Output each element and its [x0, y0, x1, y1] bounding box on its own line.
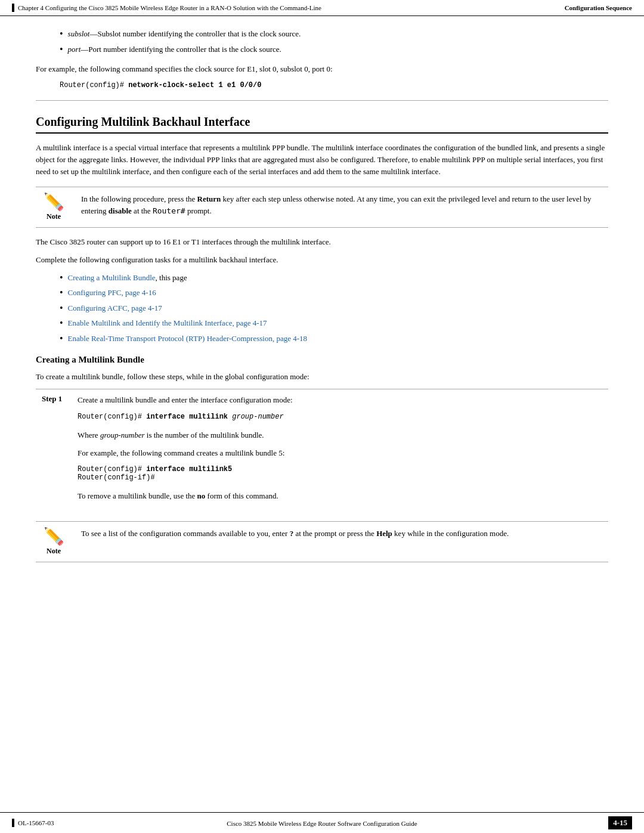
- bullet-dot-task-5: •: [60, 334, 63, 343]
- subsection-heading: Creating a Multilink Bundle: [36, 355, 608, 365]
- footer-rule: [12, 819, 14, 827]
- step1-code1: Router(config)# interface multilink grou…: [78, 413, 602, 421]
- step1-bold-no: no: [197, 491, 206, 500]
- footer-center-text: Cisco 3825 Mobile Wireless Edge Router S…: [227, 820, 417, 827]
- step1-code1-prefix: Router(config)#: [78, 413, 146, 421]
- step1-italic-group: group-number: [100, 431, 145, 439]
- step1-where: Where group-number is the number of the …: [78, 429, 602, 441]
- task-link-text-4: Enable Multilink and Identify the Multil…: [68, 317, 267, 329]
- top-code-block: Router(config)# network-clock-select 1 e…: [36, 81, 608, 89]
- note-text-1: In the following procedure, press the Re…: [81, 193, 608, 217]
- bullet-port-italic: port: [68, 45, 81, 54]
- step1-code2-prefix: Router(config)#: [78, 465, 146, 473]
- task-link-item-2: • Configuring PFC, page 4-16: [36, 287, 608, 299]
- task-link-item-3: • Configuring ACFC, page 4-17: [36, 302, 608, 314]
- link-enable-rtp[interactable]: Enable Real-Time Transport Protocol (RTP…: [68, 334, 307, 343]
- note2-bold-q: ?: [290, 529, 294, 538]
- task-link-text-5: Enable Real-Time Transport Protocol (RTP…: [68, 333, 307, 345]
- step1-code2-line2: Router(config-if)#: [78, 473, 155, 482]
- page-header: Chapter 4 Configuring the Cisco 3825 Mob…: [0, 0, 644, 16]
- bullet-subslot-text: subslot—Subslot number identifying the c…: [68, 28, 301, 40]
- footer-doc-id: OL-15667-03: [18, 819, 54, 826]
- example-intro: For example, the following command speci…: [36, 63, 608, 75]
- bullet-dot-task-2: •: [60, 288, 63, 298]
- bullet-dot-task-1: •: [60, 273, 63, 283]
- step-content-1: Create a multilink bundle and enter the …: [72, 389, 608, 513]
- note-icon-area-2: ✏️ Note: [36, 528, 72, 556]
- header-rule: [12, 4, 14, 12]
- step-number-1: Step 1: [36, 389, 72, 513]
- note2-bold-help: Help: [376, 529, 392, 538]
- bullet-dot-task-3: •: [60, 304, 63, 313]
- note-code-router: Router#: [153, 206, 185, 215]
- top-divider: [36, 100, 608, 101]
- task-links-section: • Creating a Multilink Bundle, this page…: [36, 272, 608, 345]
- note-label-2: Note: [47, 547, 61, 556]
- bullet-subslot: • subslot—Subslot number identifying the…: [36, 28, 608, 40]
- bullet-dot-1: •: [60, 29, 63, 39]
- step1-remove: To remove a multilink bundle, use the no…: [78, 490, 602, 502]
- main-content: • subslot—Subslot number identifying the…: [0, 16, 644, 606]
- bullet-dot-task-4: •: [60, 318, 63, 328]
- step-table: Step 1 Create a multilink bundle and ent…: [36, 389, 608, 513]
- link-configuring-acfc[interactable]: Configuring ACFC, page 4-17: [68, 304, 162, 312]
- bullet-port-text: port—Port number identifying the control…: [68, 44, 281, 55]
- header-chapter-text: Chapter 4 Configuring the Cisco 3825 Mob…: [18, 4, 321, 11]
- support-para: The Cisco 3825 router can support up to …: [36, 236, 608, 248]
- pencil-icon-1: ✏️: [44, 193, 64, 210]
- link-configuring-pfc[interactable]: Configuring PFC, page 4-16: [68, 288, 156, 297]
- bullet-dot-2: •: [60, 45, 63, 54]
- task-link-text-1: Creating a Multilink Bundle, this page: [68, 272, 187, 284]
- task-link-item-1: • Creating a Multilink Bundle, this page: [36, 272, 608, 284]
- note-label-1: Note: [47, 212, 61, 221]
- footer-left: OL-15667-03: [12, 819, 54, 827]
- step1-intro: Create a multilink bundle and enter the …: [78, 394, 602, 406]
- note-box-1: ✏️ Note In the following procedure, pres…: [36, 187, 608, 228]
- link-enable-multilink[interactable]: Enable Multilink and Identify the Multil…: [68, 318, 267, 327]
- bundle-intro: To create a multilink bundle, follow the…: [36, 371, 608, 383]
- code-prefix-1: Router(config)#: [60, 81, 128, 89]
- note-icon-area-1: ✏️ Note: [36, 193, 72, 221]
- task-link-text-3: Configuring ACFC, page 4-17: [68, 302, 162, 314]
- bullet-subslot-italic: subslot: [68, 29, 90, 38]
- header-right-text: Configuration Sequence: [565, 4, 632, 11]
- step1-code2-cmd: interface multilink5: [146, 465, 232, 473]
- note-text-2: To see a list of the configuration comma…: [81, 528, 608, 540]
- complete-para: Complete the following configuration tas…: [36, 254, 608, 266]
- step-row-1: Step 1 Create a multilink bundle and ent…: [36, 389, 608, 513]
- note-bold-return: Return: [197, 194, 221, 203]
- step1-code2: Router(config)# interface multilink5 Rou…: [78, 465, 602, 482]
- code-command-1: network-clock-select 1 e1 0/0/0: [128, 81, 261, 89]
- task-link-text-2: Configuring PFC, page 4-16: [68, 287, 156, 299]
- section-para: A multilink interface is a special virtu…: [36, 142, 608, 178]
- section-heading: Configuring Multilink Backhaul Interface: [36, 115, 608, 134]
- step1-code1-arg: group-number: [232, 413, 283, 421]
- note-bold-disable: disable: [109, 206, 132, 215]
- task-link-item-5: • Enable Real-Time Transport Protocol (R…: [36, 333, 608, 345]
- top-bullets: • subslot—Subslot number identifying the…: [36, 28, 608, 55]
- task-link-item-4: • Enable Multilink and Identify the Mult…: [36, 317, 608, 329]
- step1-code1-cmd: interface multilink: [146, 413, 232, 421]
- link-creating-bundle[interactable]: Creating a Multilink Bundle: [68, 273, 156, 282]
- step1-example-intro: For example, the following command creat…: [78, 447, 602, 459]
- footer-page-number: 4-15: [608, 816, 632, 829]
- header-left: Chapter 4 Configuring the Cisco 3825 Mob…: [12, 4, 321, 12]
- pencil-icon-2: ✏️: [44, 528, 64, 544]
- bullet-port: • port—Port number identifying the contr…: [36, 44, 608, 55]
- note-box-2: ✏️ Note To see a list of the configurati…: [36, 521, 608, 562]
